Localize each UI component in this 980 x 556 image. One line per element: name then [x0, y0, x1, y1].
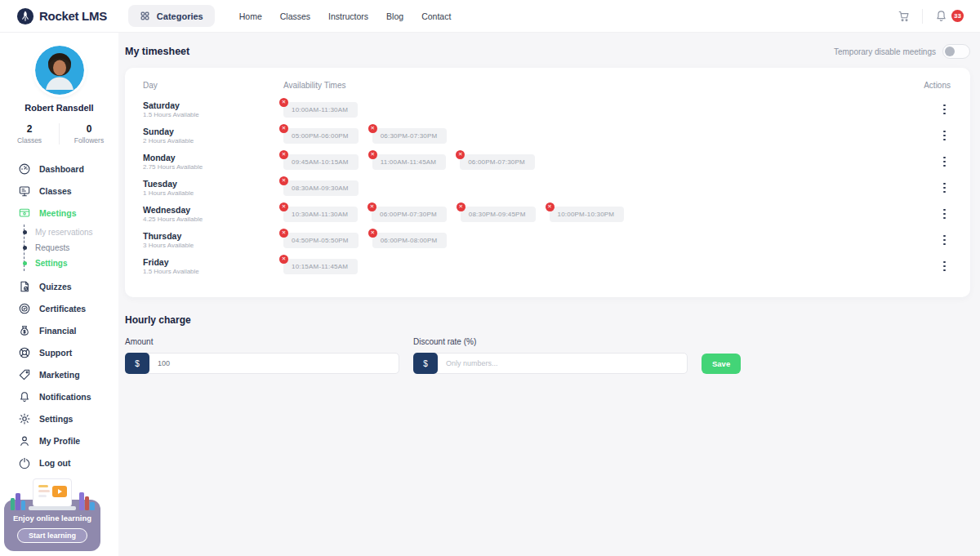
amount-field-group: Amount $: [125, 337, 399, 374]
sidebar-item-quizzes[interactable]: Quizzes: [18, 275, 118, 297]
sidebar-item-financial[interactable]: Financial: [18, 319, 118, 341]
remove-time-icon[interactable]: ✕: [279, 202, 288, 211]
sidebar-item-label: Support: [39, 348, 72, 358]
learning-illustration-icon: [4, 476, 100, 510]
day-hours-available: 1 Hours Available: [143, 189, 283, 197]
row-actions-menu-button[interactable]: [938, 180, 951, 197]
sidebar-subitem-label: Requests: [35, 243, 69, 252]
sidebar-item-support[interactable]: Support: [18, 341, 118, 363]
stat-classes: 2 Classes: [0, 123, 59, 145]
promo-card: Enjoy online learning Start learning: [4, 476, 100, 551]
nav-link-contact[interactable]: Contact: [421, 11, 451, 21]
nav-link-classes[interactable]: Classes: [280, 11, 310, 21]
nav-link-home[interactable]: Home: [239, 11, 262, 21]
time-range: 05:00PM-06:00PM: [292, 132, 349, 140]
sidebar-item-meetings[interactable]: Meetings: [18, 202, 118, 224]
day-name: Thursday: [143, 231, 283, 241]
day-hours-available: 1.5 Hours Available: [143, 111, 283, 118]
sidebar-item-my-profile[interactable]: My Profile: [18, 429, 118, 451]
nav-link-blog[interactable]: Blog: [386, 11, 403, 21]
remove-time-icon[interactable]: ✕: [368, 229, 377, 238]
sidebar-item-label: Meetings: [39, 208, 77, 218]
row-actions-menu-button[interactable]: [938, 127, 951, 145]
sidebar-item-classes[interactable]: Classes: [18, 180, 118, 202]
start-learning-button[interactable]: Start learning: [17, 528, 87, 543]
sidebar-subitem-requests[interactable]: Requests: [35, 240, 118, 256]
classes-icon: [18, 185, 31, 198]
row-actions-menu-button[interactable]: [938, 258, 951, 275]
discount-field-group: Discount rate (%) $: [413, 337, 688, 374]
time-range: 09:45AM-10:15AM: [292, 158, 349, 166]
profile-name: Robert Ransdell: [24, 103, 93, 113]
remove-time-icon[interactable]: ✕: [279, 124, 288, 133]
row-actions-menu-button[interactable]: [938, 101, 951, 118]
nav-link-instructors[interactable]: Instructors: [328, 11, 368, 21]
support-icon: [18, 346, 31, 359]
save-button[interactable]: Save: [702, 354, 741, 374]
availability-time-chip: ✕06:30PM-07:30PM: [372, 128, 448, 144]
remove-time-icon[interactable]: ✕: [279, 255, 288, 264]
settings-icon: [18, 412, 31, 425]
profile-icon: [18, 434, 31, 447]
rocket-logo-icon: [16, 7, 34, 25]
day-name: Sunday: [143, 127, 283, 136]
timesheet-rows: Saturday1.5 Hours Available✕10:00AM-11:3…: [143, 96, 951, 279]
stat-followers: 0 Followers: [60, 123, 118, 145]
discount-rate-input[interactable]: [434, 353, 688, 374]
timesheet-row: Friday1.5 Hours Available✕10:15AM-11:45A…: [143, 253, 951, 279]
sidebar-item-dashboard[interactable]: Dashboard: [18, 158, 118, 180]
amount-label: Amount: [125, 337, 399, 346]
remove-time-icon[interactable]: ✕: [279, 150, 288, 159]
sidebar-subitem-my-reservations[interactable]: My reservations: [35, 225, 118, 240]
grid-icon: [140, 11, 150, 21]
time-range: 08:30AM-09:30AM: [292, 185, 349, 192]
row-actions-menu-button[interactable]: [938, 153, 951, 171]
sidebar-item-marketing[interactable]: Marketing: [18, 363, 118, 385]
time-range: 10:15AM-11:45AM: [292, 263, 348, 270]
sidebar-submenu: My reservationsRequestsSettings: [24, 225, 118, 271]
bell-icon: [934, 9, 948, 23]
column-header-actions: Actions: [916, 81, 951, 90]
cart-button[interactable]: [895, 7, 912, 24]
time-range: 04:50PM-05:50PM: [292, 237, 349, 244]
availability-time-chip: ✕04:50PM-05:50PM: [283, 233, 359, 248]
row-actions-menu-button[interactable]: [938, 232, 951, 249]
notifications-button[interactable]: [933, 7, 950, 24]
sidebar-subitem-settings[interactable]: Settings: [35, 256, 118, 271]
sidebar-item-settings[interactable]: Settings: [18, 407, 118, 429]
remove-time-icon[interactable]: ✕: [456, 150, 465, 159]
remove-time-icon[interactable]: ✕: [368, 202, 376, 211]
amount-input[interactable]: [146, 353, 399, 374]
timesheet-row: Thursday3 Hours Available✕04:50PM-05:50P…: [143, 227, 951, 253]
sidebar-item-log-out[interactable]: Log out: [18, 451, 118, 474]
sidebar-item-label: Notifications: [39, 392, 91, 402]
logout-icon: [18, 456, 31, 469]
dollar-prefix-icon: $: [125, 353, 149, 374]
availability-time-chip: ✕08:30AM-09:30AM: [283, 180, 359, 196]
remove-time-icon[interactable]: ✕: [279, 229, 288, 238]
remove-time-icon[interactable]: ✕: [279, 98, 288, 107]
day-hours-available: 4.25 Hours Available: [143, 216, 283, 223]
sidebar-item-notifications[interactable]: Notifications: [18, 385, 118, 407]
timesheet-row: Monday2.75 Hours Available✕09:45AM-10:15…: [143, 149, 951, 175]
remove-time-icon[interactable]: ✕: [279, 176, 288, 185]
meetings-icon: [18, 207, 31, 220]
sidebar-item-certificates[interactable]: Certificates: [18, 297, 118, 319]
disable-meetings-toggle[interactable]: [942, 44, 970, 59]
logo[interactable]: Rocket LMS: [16, 7, 107, 25]
avatar[interactable]: [35, 46, 84, 95]
bullet-icon: [23, 261, 27, 265]
remove-time-icon[interactable]: ✕: [546, 202, 555, 211]
sidebar-subitem-label: Settings: [35, 259, 67, 268]
time-range: 06:00PM-07:30PM: [380, 211, 437, 218]
remove-time-icon[interactable]: ✕: [368, 150, 377, 159]
header-divider: [922, 9, 923, 24]
remove-time-icon[interactable]: ✕: [368, 124, 377, 133]
cart-icon: [897, 9, 911, 23]
notifications-count-badge[interactable]: 33: [951, 10, 964, 22]
availability-time-chip: ✕10:00AM-11:30AM: [283, 102, 358, 118]
remove-time-icon[interactable]: ✕: [457, 202, 466, 211]
row-actions-menu-button[interactable]: [938, 206, 951, 223]
time-range: 11:00AM-11:45AM: [381, 158, 437, 166]
categories-button[interactable]: Categories: [128, 5, 215, 27]
